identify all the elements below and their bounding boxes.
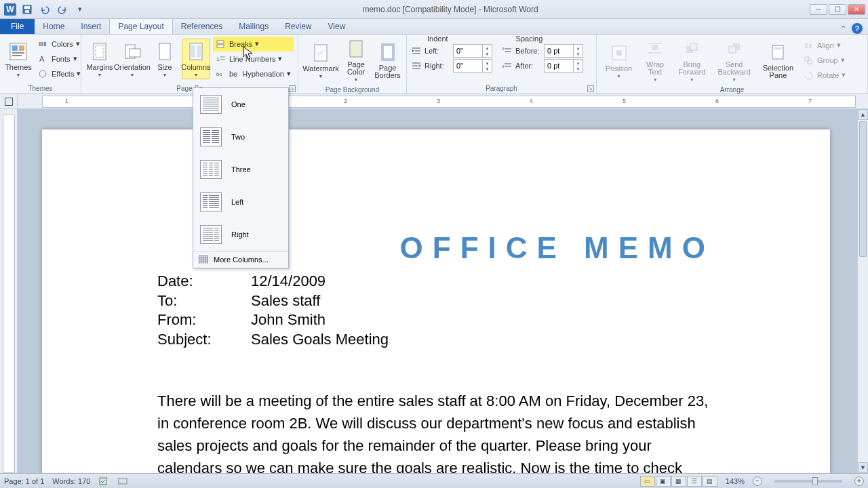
- outline-view-icon[interactable]: ☰: [687, 476, 702, 487]
- redo-icon[interactable]: [56, 3, 69, 16]
- scroll-thumb[interactable]: [859, 121, 867, 257]
- theme-fonts-button[interactable]: AFonts ▾: [35, 52, 83, 66]
- tab-review[interactable]: Review: [277, 19, 319, 34]
- group-button[interactable]: Group ▾: [801, 53, 848, 68]
- save-icon[interactable]: [20, 3, 34, 16]
- tab-references[interactable]: References: [173, 19, 231, 34]
- svg-rect-4: [12, 45, 18, 51]
- help-icon[interactable]: ?: [852, 23, 863, 34]
- columns-option-three[interactable]: Three: [193, 153, 288, 186]
- svg-rect-53: [805, 43, 808, 48]
- minimize-ribbon-icon[interactable]: ⌃: [840, 24, 846, 33]
- hyphenation-button[interactable]: bcbe Hyphenation ▾: [213, 66, 294, 81]
- zoom-level[interactable]: 143%: [726, 477, 745, 485]
- scroll-up-icon[interactable]: ▲: [858, 109, 868, 120]
- tab-selector[interactable]: [0, 94, 18, 108]
- tab-file[interactable]: File: [0, 19, 35, 34]
- window-controls: ─ ☐ ✕: [810, 4, 868, 15]
- orientation-button[interactable]: Orientation▼: [117, 39, 148, 79]
- qat-customize-icon[interactable]: ▾: [73, 3, 87, 16]
- page-borders-button[interactable]: Page Borders: [373, 39, 402, 81]
- theme-effects-button[interactable]: Effects ▾: [35, 66, 83, 81]
- svg-rect-9: [41, 42, 43, 46]
- tab-page-layout[interactable]: Page Layout: [109, 18, 172, 34]
- page-setup-launcher-icon[interactable]: ↘: [289, 85, 296, 92]
- svg-rect-29: [350, 41, 362, 57]
- columns-dropdown: One Two Three Left Right More Columns...: [193, 87, 289, 268]
- svg-text:1: 1: [216, 56, 220, 62]
- indent-right-input[interactable]: ▲▼: [453, 59, 492, 73]
- status-page[interactable]: Page: 1 of 1: [4, 477, 44, 485]
- spacing-after-input[interactable]: ▲▼: [544, 59, 583, 73]
- undo-icon[interactable]: [38, 3, 52, 16]
- svg-rect-2: [25, 10, 29, 13]
- paragraph-launcher-icon[interactable]: ↘: [587, 85, 594, 92]
- wrap-text-button[interactable]: Wrap Text▼: [639, 36, 671, 84]
- tab-insert[interactable]: Insert: [73, 19, 109, 34]
- watermark-button[interactable]: ABC Watermark▼: [302, 40, 339, 81]
- spell-check-icon[interactable]: [98, 476, 109, 486]
- web-layout-view-icon[interactable]: ▦: [671, 476, 686, 487]
- zoom-out-button[interactable]: −: [753, 476, 762, 486]
- size-button[interactable]: Size▼: [151, 39, 179, 79]
- columns-option-right[interactable]: Right: [193, 218, 288, 251]
- vertical-ruler[interactable]: [0, 109, 18, 473]
- indent-left-input[interactable]: ▲▼: [453, 44, 492, 58]
- group-label-page-background: Page Background: [298, 85, 406, 94]
- insert-mode-icon[interactable]: [117, 476, 128, 486]
- spacing-after-icon: [502, 61, 513, 70]
- svg-rect-20: [197, 45, 201, 58]
- svg-rect-16: [130, 49, 140, 57]
- svg-rect-10: [44, 42, 46, 46]
- columns-option-two[interactable]: Two: [193, 121, 288, 153]
- scroll-down-icon[interactable]: ▼: [858, 462, 868, 473]
- tab-home[interactable]: Home: [35, 19, 73, 34]
- svg-rect-55: [805, 57, 809, 61]
- columns-button[interactable]: Columns▼: [182, 39, 210, 79]
- spacing-header: Spacing: [516, 35, 543, 43]
- page-color-button[interactable]: Page Color▼: [342, 36, 370, 84]
- themes-button[interactable]: Themes ▼: [4, 39, 33, 79]
- svg-rect-6: [12, 52, 24, 54]
- svg-text:bc: bc: [216, 71, 222, 77]
- zoom-in-button[interactable]: +: [854, 476, 864, 486]
- svg-rect-43: [616, 50, 622, 56]
- zoom-slider[interactable]: [774, 480, 842, 483]
- tab-mailings[interactable]: Mailings: [231, 19, 277, 34]
- tab-view[interactable]: View: [320, 19, 354, 34]
- send-backward-button[interactable]: Send Backward▼: [713, 36, 755, 84]
- horizontal-ruler[interactable]: 1 2 3 4 5 6 7: [42, 96, 856, 108]
- svg-rect-1: [24, 6, 30, 9]
- maximize-button[interactable]: ☐: [829, 4, 846, 15]
- breaks-button[interactable]: Breaks ▾: [213, 37, 294, 52]
- status-words[interactable]: Words: 170: [52, 477, 90, 485]
- columns-option-one[interactable]: One: [193, 88, 288, 121]
- close-button[interactable]: ✕: [848, 4, 865, 15]
- quick-access-toolbar: W ▾: [0, 3, 91, 16]
- theme-colors-button[interactable]: Colors ▾: [35, 37, 83, 52]
- align-button[interactable]: Align ▾: [801, 38, 848, 53]
- minimize-button[interactable]: ─: [810, 4, 827, 15]
- svg-rect-56: [808, 60, 812, 64]
- more-columns-option[interactable]: More Columns...: [193, 251, 288, 268]
- selection-pane-button[interactable]: Selection Pane: [758, 39, 798, 81]
- full-screen-view-icon[interactable]: ▣: [656, 476, 671, 487]
- position-button[interactable]: Position▼: [601, 40, 637, 81]
- group-page-background: ABC Watermark▼ Page Color▼ Page Borders …: [298, 35, 407, 94]
- draft-view-icon[interactable]: ▤: [703, 476, 717, 487]
- spacing-before-input[interactable]: ▲▼: [544, 44, 583, 58]
- horizontal-ruler-row: 1 2 3 4 5 6 7: [0, 94, 868, 109]
- memo-fields: Date:12/14/2009 To:Sales staff From:John…: [157, 272, 715, 349]
- rotate-button[interactable]: Rotate ▾: [801, 68, 848, 83]
- svg-rect-54: [809, 44, 812, 48]
- document-page[interactable]: OFFICE MEMO Date:12/14/2009 To:Sales sta…: [42, 129, 830, 473]
- margins-button[interactable]: Margins▼: [85, 39, 114, 79]
- word-app-icon[interactable]: W: [4, 3, 16, 16]
- indent-header: Indent: [427, 35, 448, 43]
- line-numbers-button[interactable]: 1Line Numbers ▾: [213, 52, 294, 66]
- bring-forward-button[interactable]: Bring Forward▼: [673, 36, 710, 84]
- print-layout-view-icon[interactable]: ▭: [640, 476, 655, 487]
- two-column-icon: [200, 127, 222, 146]
- vertical-scrollbar[interactable]: ▲ ▼: [857, 109, 868, 473]
- columns-option-left[interactable]: Left: [193, 186, 288, 218]
